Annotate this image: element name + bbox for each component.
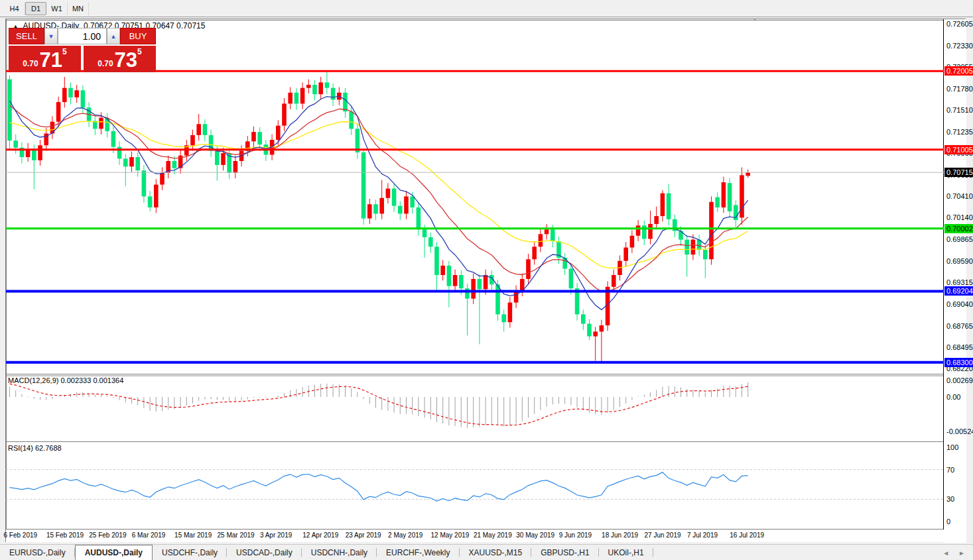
rsi-axis-tick: 70	[946, 466, 954, 474]
price-axis-tick: 0.71235	[946, 128, 973, 136]
price-axis-tick: 0.71510	[946, 106, 973, 114]
buy-price-big: 73	[115, 50, 137, 70]
rsi-axis-tick: 0	[946, 518, 950, 526]
date-axis-label: 6 Feb 2019	[4, 532, 38, 539]
price-axis[interactable]: 0.726050.723300.720550.717800.715100.712…	[944, 19, 966, 543]
price-axis-tick: 0.70140	[946, 213, 973, 221]
candle-body	[587, 324, 592, 337]
date-axis-label: 2 May 2019	[388, 532, 422, 539]
date-axis-label: 15 Mar 2019	[174, 532, 212, 539]
candle-body	[68, 88, 73, 97]
candle-body	[667, 194, 671, 219]
candle-body	[532, 247, 537, 259]
candle-body	[306, 85, 311, 88]
candle-body	[154, 185, 159, 207]
date-axis-label: 9 Jun 2019	[559, 532, 592, 539]
candle-body	[434, 247, 439, 275]
price-axis-tick: 0.69865	[946, 235, 973, 243]
candle-body	[722, 182, 726, 207]
timeframe-button-h4[interactable]: H4	[4, 2, 25, 15]
buy-button[interactable]: BUY	[120, 28, 156, 44]
timeframe-button-d1[interactable]: D1	[25, 2, 46, 15]
date-axis[interactable]: 6 Feb 201915 Feb 201925 Feb 20196 Mar 20…	[6, 530, 944, 542]
buy-price-pip: 5	[137, 47, 142, 56]
level-price-chip[interactable]: 0.70002	[944, 224, 973, 233]
symbol-tab-gbpusd[interactable]: GBPUSD-,H1	[531, 545, 598, 560]
symbol-tab-eurusd[interactable]: EURUSD-,Daily	[0, 545, 75, 560]
candle-body	[148, 196, 153, 207]
ma-slow-line	[10, 121, 748, 268]
timeframe-button-w1[interactable]: W1	[46, 2, 68, 15]
candle-body	[38, 145, 42, 160]
volume-increase-button[interactable]: ▲	[107, 28, 120, 44]
candle-body	[7, 80, 12, 141]
sell-button[interactable]: SELL	[9, 28, 44, 44]
symbol-tab-eurchf[interactable]: EURCHF-,Weekly	[377, 545, 459, 560]
symbol-tab-ukoil[interactable]: UKOil-,H1	[599, 545, 653, 560]
macd-axis-tick: 0.002694	[946, 376, 973, 384]
candle-body	[129, 157, 134, 166]
level-price-chip[interactable]: 0.72005	[944, 66, 973, 76]
date-axis-label: 30 May 2019	[516, 532, 554, 539]
date-axis-label: 27 Jun 2019	[645, 532, 681, 539]
rsi-indicator-label: RSI(14) 62.7688	[8, 444, 62, 452]
candle-body	[13, 140, 18, 148]
candle-body	[56, 102, 61, 122]
symbol-tab-usdcnh[interactable]: USDCNH-,Daily	[302, 545, 377, 560]
candle-body	[74, 90, 79, 97]
price-axis-tick: 0.70410	[946, 192, 973, 200]
tab-scroll-right-icon[interactable]: ►	[958, 549, 965, 557]
candle-body	[539, 234, 543, 247]
symbol-tab-usdchf[interactable]: USDCHF-,Daily	[153, 545, 227, 560]
candle-body	[709, 202, 714, 260]
candle-body	[111, 131, 116, 147]
price-axis-tick: 0.68495	[946, 343, 973, 351]
symbol-tab-usdcad[interactable]: USDCAD-,Daily	[227, 545, 302, 560]
candle-body	[300, 88, 305, 104]
date-axis-label: 21 May 2019	[474, 532, 512, 539]
candle-body	[215, 151, 220, 165]
candle-body	[569, 269, 574, 289]
candle-body	[654, 216, 659, 224]
price-axis-tick: 0.69315	[946, 278, 973, 286]
candle-body	[203, 124, 208, 135]
candle-body	[367, 204, 372, 218]
candle-body	[612, 275, 616, 287]
candle-body	[551, 229, 555, 241]
price-axis-tick: 0.69590	[946, 257, 973, 265]
date-axis-label: 12 May 2019	[431, 532, 470, 539]
tab-scroll-left-icon[interactable]: ◄	[942, 549, 949, 557]
rsi-axis-tick: 100	[946, 443, 958, 451]
candle-body	[715, 197, 720, 207]
date-axis-label: 6 Mar 2019	[132, 532, 166, 539]
candlestick-chart-area[interactable]	[6, 19, 944, 530]
date-axis-label: 15 Feb 2019	[46, 532, 84, 539]
macd-signal-line	[10, 384, 748, 425]
symbol-tab-audusd[interactable]: AUDUSD-,Daily	[75, 545, 153, 560]
candle-body	[123, 158, 128, 166]
volume-decrease-button[interactable]: ▼	[44, 28, 58, 44]
sell-price-prefix: 0.70	[23, 57, 38, 70]
symbol-tab-xauusd[interactable]: XAUUSD-,M15	[460, 545, 532, 560]
timeframe-button-mn[interactable]: MN	[68, 2, 89, 15]
candle-body	[398, 206, 403, 214]
level-price-chip[interactable]: 0.68300	[944, 358, 973, 367]
volume-input[interactable]: 1.00	[58, 28, 107, 44]
candle-body	[62, 88, 67, 102]
candle-body	[478, 279, 482, 289]
level-price-chip[interactable]: 0.69204	[944, 286, 973, 296]
candle-body	[623, 247, 628, 260]
buy-price-box[interactable]: 0.70 73 5	[84, 46, 156, 72]
candle-body	[440, 266, 445, 275]
candle-body	[276, 126, 281, 140]
candle-body	[142, 170, 147, 196]
sell-price-box[interactable]: 0.70 71 5	[9, 46, 81, 72]
macd-indicator-label: MACD(12,26,9) 0.002333 0.001364	[8, 376, 123, 384]
candle-body	[648, 224, 653, 239]
candle-body	[343, 93, 348, 111]
candle-body	[661, 194, 665, 216]
current-price-chip[interactable]: 0.70715	[944, 168, 973, 177]
level-price-chip[interactable]: 0.71005	[944, 145, 973, 154]
date-axis-label: 12 Apr 2019	[302, 532, 338, 539]
candle-body	[392, 189, 397, 206]
